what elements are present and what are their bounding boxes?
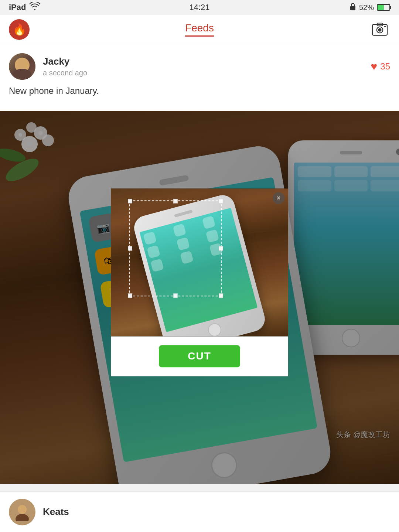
crop-handle-tl[interactable]: [128, 199, 132, 203]
add-photo-icon: [372, 21, 388, 38]
post-username: Jacky: [43, 56, 371, 67]
nav-title: Feeds: [185, 22, 214, 37]
post-caption: New phone in January.: [9, 86, 390, 96]
add-photo-button[interactable]: [369, 19, 390, 40]
status-right: 52%: [349, 3, 390, 13]
crop-image-area: ×: [111, 188, 288, 336]
crop-handle-tm[interactable]: [173, 199, 178, 203]
avatar: [9, 53, 35, 80]
crop-modal: × CUT: [111, 188, 288, 376]
app-logo[interactable]: [9, 19, 30, 40]
crop-handle-bl[interactable]: [128, 293, 132, 298]
svg-point-16: [18, 505, 27, 514]
post-time: a second ago: [43, 69, 371, 77]
crop-phone-home: [207, 322, 223, 336]
close-icon: ×: [277, 194, 281, 202]
next-avatar: [9, 499, 35, 525]
post-header: Jacky a second ago ♥ 35: [9, 53, 390, 80]
crop-handle-bm[interactable]: [173, 293, 178, 298]
battery-bar: [377, 4, 390, 11]
modal-close-button[interactable]: ×: [273, 192, 284, 204]
post-user-info: Jacky a second ago: [43, 56, 371, 77]
crop-handle-ml[interactable]: [128, 246, 132, 250]
crop-selection[interactable]: [129, 200, 222, 296]
status-time: 14:21: [189, 3, 209, 12]
lock-icon: [349, 3, 356, 13]
feed-post: Jacky a second ago ♥ 35 New phone in Jan…: [0, 44, 399, 111]
cut-button[interactable]: CUT: [159, 345, 240, 367]
crop-handle-br[interactable]: [219, 293, 223, 298]
wifi-icon: [30, 2, 40, 13]
nav-bar: Feeds: [0, 15, 399, 44]
svg-point-17: [16, 514, 29, 521]
like-count: 35: [380, 61, 390, 72]
battery-fill: [378, 5, 384, 10]
svg-point-3: [378, 28, 381, 31]
nav-title-wrap: Feeds: [185, 22, 214, 37]
crop-handle-mr[interactable]: [219, 246, 223, 250]
avatar-image: [9, 53, 35, 80]
next-post-teaser: Keats: [0, 491, 399, 532]
modal-bottom: CUT: [111, 336, 288, 376]
status-left: iPad: [9, 2, 40, 13]
avatar-body: [13, 69, 31, 80]
crop-handle-tr[interactable]: [219, 199, 223, 203]
svg-rect-0: [350, 6, 355, 10]
next-username: Keats: [43, 506, 69, 518]
status-bar: iPad 14:21 52%: [0, 0, 399, 15]
post-image[interactable]: 📷 🟠 🎵 📞 🛍 📰 🎮 ⚙️ 💫 🔴 💬 🌐 头条 @魔改工坊: [0, 111, 399, 484]
carrier-label: iPad: [9, 3, 26, 12]
heart-icon: ♥: [371, 60, 377, 73]
battery-percent: 52%: [359, 3, 374, 12]
post-likes[interactable]: ♥ 35: [371, 60, 390, 73]
